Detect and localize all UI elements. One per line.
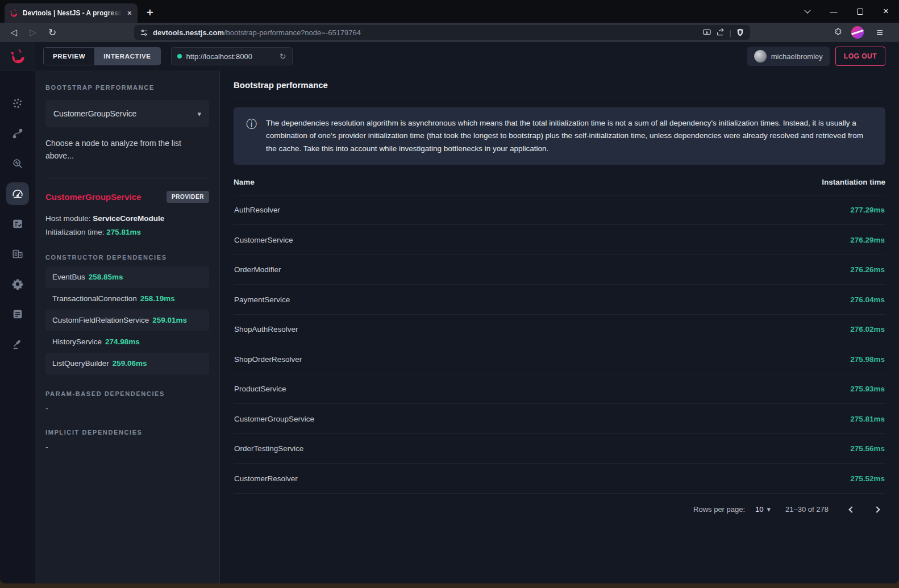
chevron-left-icon <box>848 506 855 512</box>
dep-item[interactable]: CustomFieldRelationService259.01ms <box>45 310 209 331</box>
dep-item[interactable]: EventBus258.85ms <box>45 266 209 288</box>
info-banner-text: The dependencies resolution algorithm is… <box>266 117 873 155</box>
table-row[interactable]: CustomerService276.29ms <box>234 225 885 255</box>
chevron-right-icon <box>873 506 880 512</box>
previous-page-button[interactable] <box>843 501 860 518</box>
browser-window: Devtools | NestJS - A progressive × + — … <box>0 0 899 583</box>
interactive-button[interactable]: INTERACTIVE <box>94 48 160 65</box>
nav-sniffer-icon[interactable] <box>6 152 29 175</box>
nav-graph-icon[interactable] <box>6 92 29 115</box>
share-icon[interactable] <box>716 28 725 37</box>
nav-settings-icon[interactable] <box>6 273 29 295</box>
column-name: Name <box>234 178 255 186</box>
rows-per-page-label: Rows per page: <box>693 505 745 514</box>
param-deps-empty: - <box>45 404 209 413</box>
table-body: AuthResolver277.29ms CustomerService276.… <box>234 195 885 494</box>
rows-per-page-select[interactable]: 10 ▾ <box>755 505 771 514</box>
user-menu[interactable]: michaelbromley <box>747 47 830 66</box>
table-row[interactable]: AuthResolver277.29ms <box>234 195 885 226</box>
table-row[interactable]: ShopOrderResolver275.98ms <box>234 344 885 374</box>
panel-divider <box>45 178 209 178</box>
tab-close-icon[interactable]: × <box>126 9 133 18</box>
node-details: Host module: ServiceCoreModule Initializ… <box>45 212 209 239</box>
devtools-app: PREVIEW INTERACTIVE http://localhost:800… <box>0 42 899 583</box>
table-row[interactable]: CustomerResolver275.52ms <box>234 464 885 494</box>
nav-build-icon[interactable] <box>6 333 29 356</box>
nav-routes-icon[interactable] <box>6 122 29 145</box>
table-row[interactable]: CustomerGroupService275.81ms <box>234 404 885 434</box>
panel-section-title: BOOTSTRAP PERFORMANCE <box>45 84 209 91</box>
target-url-value: http://localhost:8000 <box>186 52 275 61</box>
dep-item[interactable]: ListQueryBuilder259.06ms <box>45 353 209 374</box>
address-bar[interactable]: devtools.nestjs.com/bootstrap-performanc… <box>134 25 750 40</box>
site-controls-icon[interactable] <box>140 28 148 37</box>
profile-avatar[interactable] <box>851 26 864 39</box>
nav-audit-icon[interactable] <box>6 212 29 235</box>
logo-area <box>0 42 35 70</box>
table-row[interactable]: OrderModifier276.26ms <box>234 255 885 285</box>
user-avatar <box>754 50 767 62</box>
menu-icon[interactable]: ≡ <box>872 26 888 39</box>
back-button[interactable]: ◁ <box>6 27 22 37</box>
browser-titlebar: Devtools | NestJS - A progressive × + — … <box>0 0 899 23</box>
main-panel: Bootstrap performance ⓘ The dependencies… <box>220 70 899 583</box>
extensions-icon[interactable] <box>833 27 843 37</box>
status-dot <box>177 54 182 59</box>
forward-button[interactable]: ▷ <box>25 27 41 37</box>
nestjs-logo <box>9 48 26 65</box>
maximize-button[interactable] <box>847 0 873 23</box>
mode-toggle: PREVIEW INTERACTIVE <box>43 47 161 65</box>
table-row[interactable]: ProductService275.93ms <box>234 374 885 404</box>
node-select-value: CustomerGroupService <box>53 109 136 118</box>
tab-search-icon[interactable] <box>794 0 821 23</box>
new-tab-button[interactable]: + <box>147 6 153 19</box>
target-url-input[interactable]: http://localhost:8000 ↻ <box>171 47 293 65</box>
minimize-button[interactable]: — <box>821 0 847 23</box>
tab-title: Devtools | NestJS - A progressive <box>23 9 122 17</box>
constructor-deps-title: CONSTRUCTOR DEPENDENCIES <box>45 254 209 261</box>
table-row[interactable]: ShopAuthResolver276.02ms <box>234 315 885 345</box>
chevron-down-icon: ▾ <box>197 110 201 118</box>
close-window-button[interactable]: × <box>873 0 899 23</box>
brave-shield-icon[interactable] <box>736 28 744 37</box>
nav-bootstrap-performance-icon[interactable] <box>6 182 29 205</box>
url-text: devtools.nestjs.com/bootstrap-performanc… <box>153 28 698 37</box>
nav-modules-icon[interactable] <box>6 243 29 265</box>
target-refresh-icon[interactable]: ↻ <box>280 52 286 61</box>
toolbar-divider: | <box>730 28 731 37</box>
node-select[interactable]: CustomerGroupService ▾ <box>45 100 209 127</box>
table-row[interactable]: PaymentService276.04ms <box>234 285 885 315</box>
preview-button[interactable]: PREVIEW <box>44 48 94 65</box>
reload-button[interactable]: ↻ <box>44 27 60 39</box>
pagination-range: 21–30 of 278 <box>785 505 829 514</box>
node-name: CustomerGroupService <box>45 192 141 202</box>
node-hint-text: Choose a node to analyze from the list a… <box>45 137 209 162</box>
table-row[interactable]: OrderTestingService275.56ms <box>234 434 885 464</box>
app-body: PREVIEW INTERACTIVE http://localhost:800… <box>35 42 899 583</box>
logout-button[interactable]: LOG OUT <box>835 47 885 66</box>
param-deps-title: PARAM-BASED DEPENDENCIES <box>45 390 209 397</box>
content-area: BOOTSTRAP PERFORMANCE CustomerGroupServi… <box>35 70 899 583</box>
info-icon: ⓘ <box>246 117 257 155</box>
implicit-deps-title: IMPLICIT DEPENDENCIES <box>45 429 209 436</box>
info-banner: ⓘ The dependencies resolution algorithm … <box>234 107 885 165</box>
rows-per-page: Rows per page: 10 ▾ <box>693 505 771 514</box>
table-pagination: Rows per page: 10 ▾ 21–30 of 278 <box>234 494 885 526</box>
browser-tab[interactable]: Devtools | NestJS - A progressive × <box>5 3 138 23</box>
implicit-deps-empty: - <box>45 443 209 452</box>
nestjs-favicon <box>9 9 18 18</box>
next-page-button[interactable] <box>868 501 885 518</box>
window-controls: — × <box>794 0 899 23</box>
browser-toolbar: ◁ ▷ ↻ devtools.nestjs.com/bootstrap-perf… <box>0 23 899 42</box>
column-instantiation-time: Instantiation time <box>822 178 885 186</box>
user-name: michaelbromley <box>771 52 823 61</box>
reading-list-icon[interactable] <box>702 28 711 37</box>
provider-badge: PROVIDER <box>167 191 209 203</box>
constructor-deps-list: EventBus258.85ms TransactionalConnection… <box>45 266 209 374</box>
dep-item[interactable]: TransactionalConnection258.19ms <box>45 288 209 310</box>
chrome-right-controls: ≡ <box>833 26 893 39</box>
nav-docs-icon[interactable] <box>6 303 29 326</box>
host-module-value: ServiceCoreModule <box>93 214 164 223</box>
dep-item[interactable]: HistoryService274.98ms <box>45 331 209 353</box>
chevron-down-icon: ▾ <box>767 505 771 514</box>
